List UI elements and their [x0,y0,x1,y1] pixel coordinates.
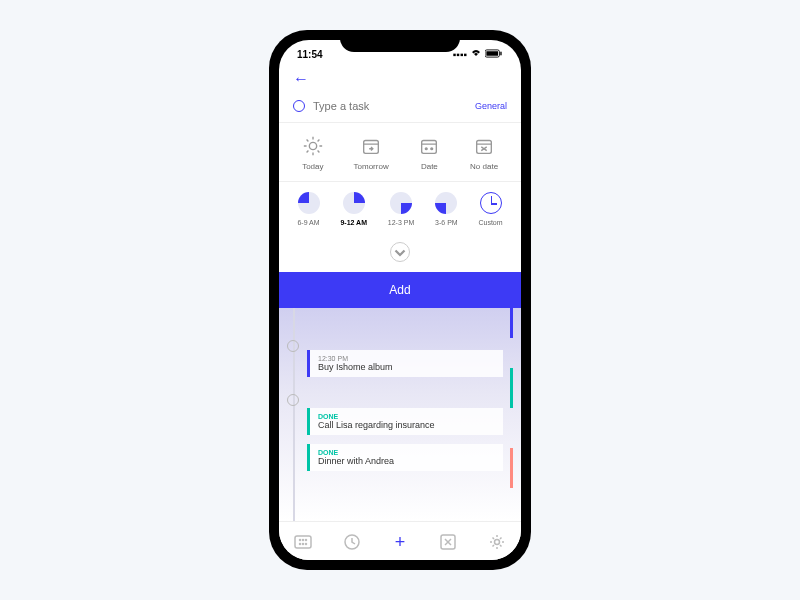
task-status: DONE [318,449,495,456]
clock-quarter-icon [390,192,412,214]
category-button[interactable]: General [475,101,507,111]
battery-icon [485,49,503,60]
wifi-icon [470,48,482,60]
svg-rect-14 [422,141,437,154]
status-time: 11:54 [297,49,323,60]
svg-line-11 [317,140,319,142]
status-icons: ▪▪▪▪ [453,48,503,60]
back-button[interactable]: ← [293,70,309,87]
svg-rect-12 [364,141,379,154]
sun-icon [302,135,324,157]
time-9-12[interactable]: 9-12 AM [340,192,367,226]
task-circle-icon [293,100,305,112]
svg-point-24 [303,540,304,541]
category-bar [510,448,513,488]
svg-point-17 [431,148,433,150]
task-input[interactable] [313,100,467,112]
nav-archive-icon[interactable] [438,532,458,552]
calendar-dots-icon [418,135,440,157]
nav-history-icon[interactable] [342,532,362,552]
nav-add-button[interactable]: + [390,532,410,552]
expand-button[interactable] [390,242,410,262]
svg-point-33 [494,540,499,545]
task-card[interactable]: DONE Call Lisa regarding insurance [307,408,503,435]
svg-line-9 [317,151,319,153]
svg-point-27 [303,544,304,545]
task-title: Buy Ishome album [318,362,495,372]
time-custom[interactable]: Custom [478,192,502,226]
time-12-3[interactable]: 12-3 PM [388,192,414,226]
svg-point-23 [300,540,301,541]
svg-line-8 [306,140,308,142]
svg-rect-2 [500,51,501,55]
date-today-label: Today [302,162,323,171]
clock-quarter-icon [343,192,365,214]
task-time: 12:30 PM [318,355,495,362]
task-status: DONE [318,413,495,420]
date-pick[interactable]: Date [418,135,440,171]
calendar-x-icon [473,135,495,157]
svg-point-3 [309,142,316,149]
svg-point-26 [300,544,301,545]
date-tomorrow[interactable]: Tomorrow [354,135,389,171]
svg-point-28 [306,544,307,545]
calendar-arrow-icon [360,135,382,157]
task-check-icon[interactable] [287,394,299,406]
date-none-label: No date [470,162,498,171]
time-3-6[interactable]: 3-6 PM [435,192,458,226]
expand-row [279,236,521,272]
content: ← General Today Tomorrow Date No date 6-… [279,64,521,560]
signal-icon: ▪▪▪▪ [453,49,467,60]
date-today[interactable]: Today [302,135,324,171]
category-bar [510,308,513,338]
date-tomorrow-label: Tomorrow [354,162,389,171]
phone-frame: 11:54 ▪▪▪▪ ← General Today Tomorrow Date… [269,30,531,570]
task-card[interactable]: 12:30 PM Buy Ishome album [307,350,503,377]
time-options: 6-9 AM 9-12 AM 12-3 PM 3-6 PM Custom [279,182,521,236]
date-pick-label: Date [421,162,438,171]
add-button[interactable]: Add [279,272,521,308]
svg-rect-1 [486,51,498,56]
task-title: Call Lisa regarding insurance [318,420,495,430]
svg-rect-22 [295,536,311,548]
clock-quarter-icon [435,192,457,214]
bottom-nav: + [279,521,521,560]
category-bar [510,368,513,408]
notch [340,30,460,52]
svg-point-25 [306,540,307,541]
svg-rect-18 [477,141,492,154]
screen: 11:54 ▪▪▪▪ ← General Today Tomorrow Date… [279,40,521,560]
input-row: General [279,92,521,122]
header: ← [279,64,521,92]
task-check-icon[interactable] [287,340,299,352]
task-card[interactable]: DONE Dinner with Andrea [307,444,503,471]
clock-icon [480,192,502,214]
task-title: Dinner with Andrea [318,456,495,466]
nav-grid-icon[interactable] [293,532,313,552]
time-6-9[interactable]: 6-9 AM [297,192,319,226]
nav-settings-icon[interactable] [487,532,507,552]
date-none[interactable]: No date [470,135,498,171]
clock-quarter-icon [298,192,320,214]
date-options: Today Tomorrow Date No date [279,123,521,181]
svg-line-10 [306,151,308,153]
svg-point-16 [426,148,428,150]
tasks-background: 12:30 PM Buy Ishome album DONE Call Lisa… [279,308,521,521]
